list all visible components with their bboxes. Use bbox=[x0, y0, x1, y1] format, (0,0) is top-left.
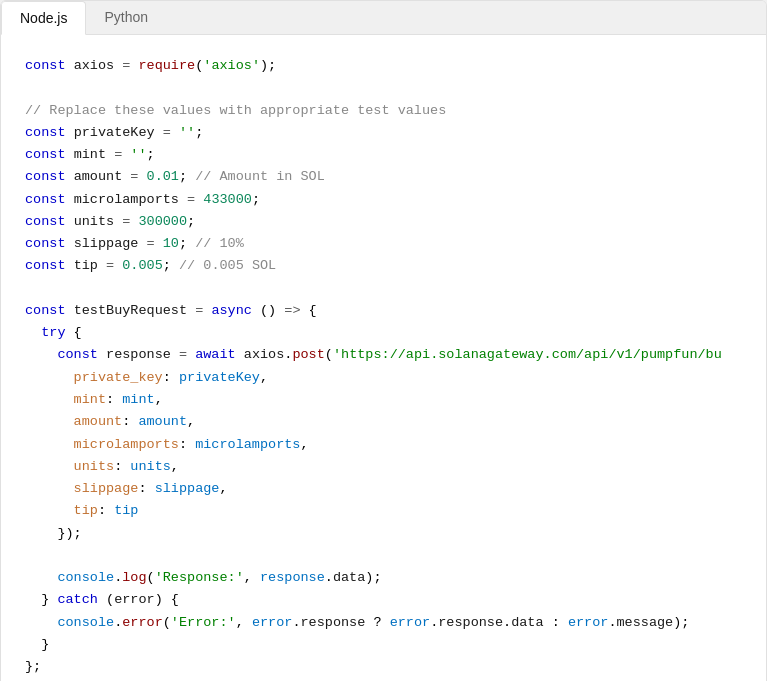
tab-bar: Node.js Python bbox=[1, 1, 766, 35]
tab-nodejs[interactable]: Node.js bbox=[1, 1, 86, 35]
code-container: Node.js Python const axios = require('ax… bbox=[0, 0, 767, 681]
tab-python[interactable]: Python bbox=[86, 1, 166, 34]
code-block: const axios = require('axios'); // Repla… bbox=[1, 35, 766, 681]
